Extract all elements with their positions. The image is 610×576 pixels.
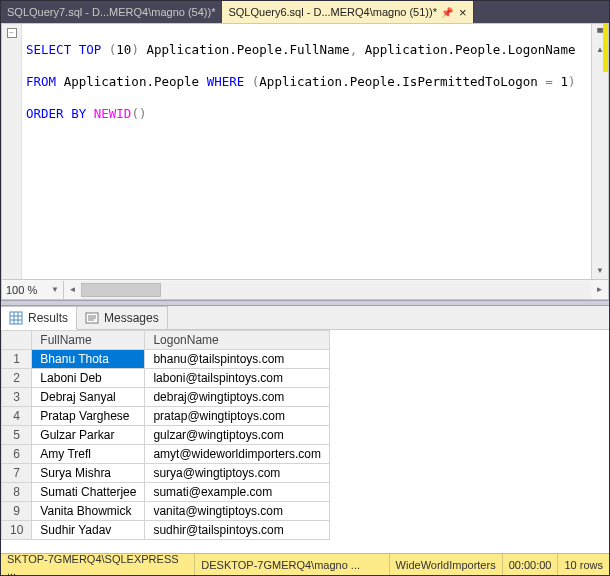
code-editor[interactable]: − SELECT TOP (10) Application.People.Ful… bbox=[1, 23, 609, 280]
table-row[interactable]: 6Amy Treflamyt@wideworldimporters.com bbox=[2, 445, 330, 464]
horizontal-scrollbar[interactable]: ◄ ► bbox=[64, 281, 608, 299]
app-root: SQLQuery7.sql - D...MERQ4\magno (54))* S… bbox=[0, 0, 610, 576]
tab-messages[interactable]: Messages bbox=[77, 306, 168, 329]
cell-logonname[interactable]: sumati@example.com bbox=[145, 483, 330, 502]
scroll-down-icon[interactable]: ▼ bbox=[592, 262, 608, 279]
scroll-thumb[interactable] bbox=[81, 283, 161, 297]
tab-results[interactable]: Results bbox=[1, 306, 77, 330]
tab-sqlquery7[interactable]: SQLQuery7.sql - D...MERQ4\magno (54))* bbox=[1, 1, 222, 23]
operator-eq: = bbox=[545, 74, 553, 89]
corner-cell[interactable] bbox=[2, 331, 32, 350]
table-ref: Application.People bbox=[64, 74, 199, 89]
cell-fullname[interactable]: Pratap Varghese bbox=[32, 407, 145, 426]
status-rowcount: 10 rows bbox=[558, 554, 609, 575]
tab-label: Results bbox=[28, 311, 68, 325]
document-tabs: SQLQuery7.sql - D...MERQ4\magno (54))* S… bbox=[1, 1, 609, 23]
cell-fullname[interactable]: Bhanu Thota bbox=[32, 350, 145, 369]
cell-fullname[interactable]: Sumati Chatterjee bbox=[32, 483, 145, 502]
cell-fullname[interactable]: Gulzar Parkar bbox=[32, 426, 145, 445]
table-row[interactable]: 7Surya Mishrasurya@wingtiptoys.com bbox=[2, 464, 330, 483]
row-number[interactable]: 4 bbox=[2, 407, 32, 426]
cell-fullname[interactable]: Vanita Bhowmick bbox=[32, 502, 145, 521]
row-number[interactable]: 7 bbox=[2, 464, 32, 483]
kw-top: TOP bbox=[79, 42, 102, 57]
cell-logonname[interactable]: amyt@wideworldimporters.com bbox=[145, 445, 330, 464]
column-ref: Application.People.FullName bbox=[146, 42, 349, 57]
literal-number: 1 bbox=[553, 74, 568, 89]
table-row[interactable]: 10Sudhir Yadavsudhir@tailspintoys.com bbox=[2, 521, 330, 540]
scroll-track[interactable] bbox=[81, 281, 591, 299]
row-number[interactable]: 9 bbox=[2, 502, 32, 521]
results-tab-strip: Results Messages bbox=[1, 306, 609, 330]
scroll-track[interactable] bbox=[592, 58, 608, 262]
row-number[interactable]: 6 bbox=[2, 445, 32, 464]
cell-logonname[interactable]: gulzar@wingtiptoys.com bbox=[145, 426, 330, 445]
status-elapsed: 00:00:00 bbox=[503, 554, 559, 575]
cell-fullname[interactable]: Amy Trefl bbox=[32, 445, 145, 464]
chevron-down-icon: ▼ bbox=[51, 285, 59, 294]
results-grid: FullName LogonName 1Bhanu Thotabhanu@tai… bbox=[1, 330, 330, 540]
comma: , bbox=[350, 42, 358, 57]
row-number[interactable]: 10 bbox=[2, 521, 32, 540]
header-row: FullName LogonName bbox=[2, 331, 330, 350]
pin-icon[interactable]: 📌 bbox=[441, 7, 453, 18]
cell-logonname[interactable]: pratap@wingtiptoys.com bbox=[145, 407, 330, 426]
messages-icon bbox=[85, 311, 99, 325]
col-fullname[interactable]: FullName bbox=[32, 331, 145, 350]
tab-label: SQLQuery6.sql - D...MERQ4\magno (51))* bbox=[228, 6, 436, 18]
paren: ) bbox=[568, 74, 576, 89]
table-row[interactable]: 5Gulzar Parkargulzar@wingtiptoys.com bbox=[2, 426, 330, 445]
editor-footer: 100 % ▼ ◄ ► bbox=[1, 280, 609, 300]
close-icon[interactable]: × bbox=[459, 6, 467, 19]
cell-logonname[interactable]: vanita@wingtiptoys.com bbox=[145, 502, 330, 521]
kw-orderby: ORDER BY bbox=[26, 106, 86, 121]
grid-icon bbox=[9, 311, 23, 325]
table-row[interactable]: 8Sumati Chatterjeesumati@example.com bbox=[2, 483, 330, 502]
row-number[interactable]: 1 bbox=[2, 350, 32, 369]
col-logonname[interactable]: LogonName bbox=[145, 331, 330, 350]
tab-sqlquery6[interactable]: SQLQuery6.sql - D...MERQ4\magno (51))* 📌… bbox=[222, 1, 473, 23]
row-number[interactable]: 5 bbox=[2, 426, 32, 445]
collapse-toggle-icon[interactable]: − bbox=[7, 28, 17, 38]
cell-logonname[interactable]: surya@wingtiptoys.com bbox=[145, 464, 330, 483]
cell-fullname[interactable]: Surya Mishra bbox=[32, 464, 145, 483]
row-number[interactable]: 2 bbox=[2, 369, 32, 388]
cell-fullname[interactable]: Laboni Deb bbox=[32, 369, 145, 388]
results-grid-container[interactable]: FullName LogonName 1Bhanu Thotabhanu@tai… bbox=[1, 330, 609, 553]
editor-gutter: − bbox=[2, 24, 22, 279]
cell-logonname[interactable]: laboni@tailspintoys.com bbox=[145, 369, 330, 388]
cell-logonname[interactable]: sudhir@tailspintoys.com bbox=[145, 521, 330, 540]
table-row[interactable]: 3Debraj Sanyaldebraj@wingtiptoys.com bbox=[2, 388, 330, 407]
table-row[interactable]: 4Pratap Varghesepratap@wingtiptoys.com bbox=[2, 407, 330, 426]
table-row[interactable]: 1Bhanu Thotabhanu@tailspintoys.com bbox=[2, 350, 330, 369]
kw-select: SELECT bbox=[26, 42, 71, 57]
zoom-dropdown[interactable]: 100 % ▼ bbox=[2, 281, 64, 299]
status-user: DESKTOP-7GMERQ4\magno ... bbox=[195, 554, 389, 575]
row-number[interactable]: 3 bbox=[2, 388, 32, 407]
code-pane[interactable]: SELECT TOP (10) Application.People.FullN… bbox=[22, 24, 591, 279]
scroll-left-icon[interactable]: ◄ bbox=[64, 281, 81, 299]
cell-fullname[interactable]: Debraj Sanyal bbox=[32, 388, 145, 407]
row-number[interactable]: 8 bbox=[2, 483, 32, 502]
table-row[interactable]: 9Vanita Bhowmickvanita@wingtiptoys.com bbox=[2, 502, 330, 521]
zoom-value: 100 % bbox=[6, 284, 37, 296]
cell-logonname[interactable]: debraj@wingtiptoys.com bbox=[145, 388, 330, 407]
literal-number: 10 bbox=[116, 42, 131, 57]
paren: ) bbox=[131, 42, 139, 57]
status-database: WideWorldImporters bbox=[390, 554, 503, 575]
editor-area: − SELECT TOP (10) Application.People.Ful… bbox=[1, 23, 609, 300]
change-indicator bbox=[603, 24, 608, 72]
cell-logonname[interactable]: bhanu@tailspintoys.com bbox=[145, 350, 330, 369]
results-area: Results Messages FullName LogonName 1Bha… bbox=[1, 306, 609, 553]
status-bar: SKTOP-7GMERQ4\SQLEXPRESS ... DESKTOP-7GM… bbox=[1, 553, 609, 575]
tab-label: Messages bbox=[104, 311, 159, 325]
scroll-right-icon[interactable]: ► bbox=[591, 281, 608, 299]
svg-rect-0 bbox=[10, 312, 22, 324]
paren-pair: () bbox=[131, 106, 146, 121]
table-row[interactable]: 2Laboni Deblaboni@tailspintoys.com bbox=[2, 369, 330, 388]
cell-fullname[interactable]: Sudhir Yadav bbox=[32, 521, 145, 540]
status-server: SKTOP-7GMERQ4\SQLEXPRESS ... bbox=[1, 554, 195, 575]
kw-where: WHERE bbox=[207, 74, 245, 89]
column-ref: Application.People.IsPermittedToLogon bbox=[259, 74, 537, 89]
func-newid: NEWID bbox=[94, 106, 132, 121]
